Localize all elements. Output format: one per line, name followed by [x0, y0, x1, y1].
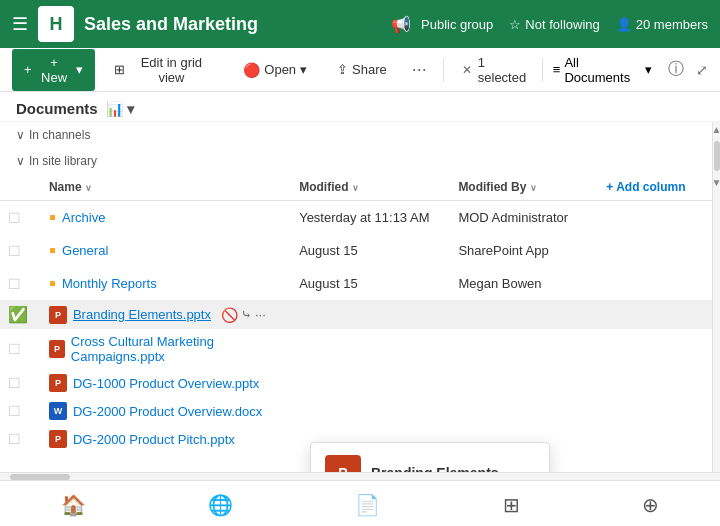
- in-channels-chevron-icon: ∨: [16, 128, 25, 142]
- file-list-table: Name ∨ Modified ∨ Modified By ∨ + Add co…: [0, 174, 712, 453]
- docx-icon: W: [49, 402, 67, 420]
- modified-by-value: Megan Bowen: [458, 276, 541, 291]
- hamburger-menu-icon[interactable]: ☰: [12, 13, 28, 35]
- row-checkbox[interactable]: ☐: [0, 369, 41, 397]
- table-row[interactable]: ✅ P Branding Elements.pptx 🚫 ⤷ ···: [0, 300, 712, 329]
- file-name-cell: ▪ Archive: [41, 201, 291, 235]
- documents-title: Documents: [16, 100, 98, 117]
- follow-button[interactable]: ☆ Not following: [509, 17, 599, 32]
- scroll-down-button[interactable]: ▼: [710, 175, 720, 190]
- modified-cell: [291, 369, 450, 397]
- info-icon[interactable]: ⓘ: [668, 59, 684, 80]
- public-group-indicator[interactable]: Public group: [421, 17, 493, 32]
- table-row[interactable]: ☐ P Cross Cultural Marketing Campaigns.p…: [0, 329, 712, 369]
- command-divider-2: [542, 58, 543, 82]
- nav-actions: Public group ☆ Not following 👤 20 member…: [421, 17, 708, 32]
- expand-icon[interactable]: ⤢: [696, 62, 708, 78]
- members-icon: 👤: [616, 17, 632, 32]
- pptx-icon: P: [49, 374, 67, 392]
- scroll-thumb[interactable]: [714, 141, 720, 171]
- file-name-cell: ▪ Monthly Reports: [41, 267, 291, 300]
- extra-col-cell: [598, 329, 712, 369]
- table-row[interactable]: ☐ W DG-2000 Product Overview.docx: [0, 397, 712, 425]
- documents-header: Documents 📊 ▾: [0, 92, 720, 122]
- row-checkbox[interactable]: ☐: [0, 234, 41, 267]
- clear-selection-icon[interactable]: ✕: [462, 63, 472, 77]
- new-button[interactable]: + + New ▾: [12, 49, 95, 91]
- table-row[interactable]: ☐ ▪ General August 15 SharePoint App: [0, 234, 712, 267]
- edit-grid-label: Edit in grid view: [129, 55, 213, 85]
- table-row[interactable]: ☐ ▪ Monthly Reports August 15 Megan Bowe…: [0, 267, 712, 300]
- modified-cell: [291, 300, 450, 329]
- file-detail-popup: P Branding Elements ⇪ See details ⊗ You …: [310, 442, 550, 472]
- home-nav-icon[interactable]: 🏠: [61, 493, 86, 517]
- h-scroll-thumb[interactable]: [10, 474, 70, 480]
- command-divider: [443, 58, 444, 82]
- open-label: Open: [264, 62, 296, 77]
- more-row-icon[interactable]: ···: [255, 307, 266, 322]
- modified-by-cell: MOD Administrator: [450, 201, 598, 235]
- open-button[interactable]: 🔴 Open ▾: [232, 56, 318, 84]
- document-nav-icon[interactable]: 📄: [355, 493, 380, 517]
- file-name-link[interactable]: DG-2000 Product Overview.docx: [73, 404, 262, 419]
- delete-icon[interactable]: 🚫: [221, 307, 238, 323]
- row-checkbox[interactable]: ☐: [0, 329, 41, 369]
- modified-value: August 15: [299, 276, 358, 291]
- vertical-scrollbar[interactable]: ▲ ▼: [712, 122, 720, 472]
- file-name-link[interactable]: Monthly Reports: [62, 276, 157, 291]
- file-name-link[interactable]: Archive: [62, 210, 105, 225]
- folder-icon: ▪: [49, 272, 56, 295]
- members-button[interactable]: 👤 20 members: [616, 17, 708, 32]
- follow-label: Not following: [525, 17, 599, 32]
- file-name-link[interactable]: DG-1000 Product Overview.pptx: [73, 376, 259, 391]
- pptx-icon: P: [49, 340, 65, 358]
- row-checkbox[interactable]: ✅: [0, 300, 41, 329]
- checkout-checkmark-icon: ✅: [8, 306, 28, 323]
- all-docs-chevron-icon: ▾: [645, 62, 652, 77]
- star-icon: ☆: [509, 17, 521, 32]
- modified-value: Yesterday at 11:13 AM: [299, 210, 429, 225]
- row-checkbox[interactable]: ☐: [0, 425, 41, 453]
- all-documents-label: All Documents: [564, 55, 641, 85]
- row-checkbox[interactable]: ☐: [0, 397, 41, 425]
- row-checkbox[interactable]: ☐: [0, 201, 41, 235]
- plus-icon: +: [24, 62, 32, 77]
- in-channels-section[interactable]: ∨ In channels: [0, 122, 712, 148]
- plus-nav-icon[interactable]: ⊕: [642, 493, 659, 517]
- selected-count-label: 1 selected: [478, 55, 532, 85]
- folder-icon: ▪: [49, 206, 56, 229]
- name-sort-icon: ∨: [85, 183, 92, 193]
- view-switcher-icon[interactable]: 📊 ▾: [106, 101, 134, 117]
- add-column-header[interactable]: + Add column: [598, 174, 712, 201]
- name-column-header[interactable]: Name ∨: [41, 174, 291, 201]
- share-button[interactable]: ⇪ Share: [326, 56, 398, 83]
- more-options-button[interactable]: ···: [406, 59, 433, 80]
- scroll-up-button[interactable]: ▲: [710, 122, 720, 137]
- globe-nav-icon[interactable]: 🌐: [208, 493, 233, 517]
- settings-icon[interactable]: 📢: [391, 15, 411, 34]
- horizontal-scrollbar[interactable]: [0, 472, 720, 480]
- extra-col-cell: [598, 397, 712, 425]
- table-row[interactable]: ☐ ▪ Archive Yesterday at 11:13 AM MOD Ad…: [0, 201, 712, 235]
- modified-sort-icon: ∨: [352, 183, 359, 193]
- grid-nav-icon[interactable]: ⊞: [503, 493, 520, 517]
- in-channels-label: In channels: [29, 128, 90, 142]
- open-chevron-icon: ▾: [300, 62, 307, 77]
- modified-by-cell: [450, 369, 598, 397]
- edit-grid-view-button[interactable]: ⊞ Edit in grid view: [103, 49, 224, 91]
- file-name-link[interactable]: Cross Cultural Marketing Campaigns.pptx: [71, 334, 283, 364]
- all-documents-dropdown[interactable]: ≡ All Documents ▾: [553, 55, 652, 85]
- modified-column-header[interactable]: Modified ∨: [291, 174, 450, 201]
- file-name-link[interactable]: DG-2000 Product Pitch.pptx: [73, 432, 235, 447]
- add-column-label: + Add column: [606, 180, 685, 194]
- table-row[interactable]: ☐ P DG-1000 Product Overview.pptx: [0, 369, 712, 397]
- in-site-library-section[interactable]: ∨ In site library: [0, 148, 712, 174]
- site-title: Sales and Marketing: [84, 14, 375, 35]
- popup-pptx-icon: P: [325, 455, 361, 472]
- file-name-link[interactable]: General: [62, 243, 108, 258]
- modified-by-value: MOD Administrator: [458, 210, 568, 225]
- share-row-icon[interactable]: ⤷: [241, 307, 252, 322]
- modified-by-column-header[interactable]: Modified By ∨: [450, 174, 598, 201]
- file-name-link[interactable]: Branding Elements.pptx: [73, 307, 211, 322]
- row-checkbox[interactable]: ☐: [0, 267, 41, 300]
